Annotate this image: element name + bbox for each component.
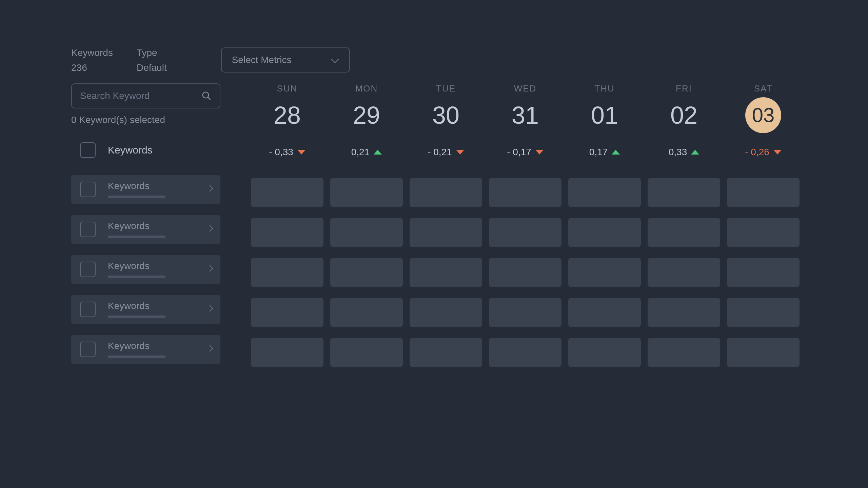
data-cell[interactable]	[251, 258, 323, 287]
content-area: SUN 28 - 0,33 MON 29 0,21 TUE 30 - 0,21 …	[251, 83, 800, 375]
data-cell[interactable]	[727, 258, 800, 287]
keyword-checkbox[interactable]	[80, 302, 96, 317]
day-number: 28	[274, 97, 301, 133]
keyword-bar	[108, 196, 165, 198]
day-number: 03	[745, 97, 781, 133]
data-cell[interactable]	[330, 338, 403, 367]
data-cell[interactable]	[410, 298, 482, 327]
data-cell[interactable]	[410, 258, 482, 287]
keyword-bar	[108, 236, 165, 238]
keyword-row[interactable]: Keywords	[71, 175, 220, 204]
chevron-right-icon	[208, 346, 212, 353]
data-cell[interactable]	[648, 218, 720, 247]
data-cell[interactable]	[251, 298, 323, 327]
data-cell[interactable]	[489, 218, 561, 247]
keywords-info: Keywords 236	[71, 47, 113, 73]
keyword-label: Keywords	[108, 341, 195, 351]
select-all-checkbox[interactable]	[80, 142, 96, 158]
keyword-bar	[108, 316, 165, 318]
data-cell[interactable]	[568, 178, 641, 207]
keyword-checkbox[interactable]	[80, 222, 96, 237]
keyword-checkbox[interactable]	[80, 182, 96, 197]
trend-down-icon	[535, 150, 544, 155]
data-cell[interactable]	[489, 178, 561, 207]
data-cell[interactable]	[648, 178, 720, 207]
metric-value-text: 0,21	[351, 147, 370, 158]
day-metric: 0,33	[669, 147, 699, 158]
data-cell[interactable]	[330, 298, 403, 327]
search-box[interactable]	[71, 83, 220, 108]
day-number: 29	[353, 97, 380, 133]
day-metric: - 0,26	[745, 147, 782, 158]
data-cell[interactable]	[727, 338, 800, 367]
keyword-row[interactable]: Keywords	[71, 295, 220, 324]
search-icon	[201, 91, 212, 101]
data-cell[interactable]	[489, 258, 561, 287]
trend-down-icon	[456, 150, 464, 155]
data-cell[interactable]	[727, 178, 800, 207]
day-name: SUN	[277, 83, 298, 94]
day-number: 31	[512, 97, 539, 133]
keywords-column-header: Keywords	[108, 144, 153, 156]
data-row	[251, 338, 800, 367]
day-metric: 0,21	[351, 147, 382, 158]
keyword-content: Keywords	[108, 341, 195, 358]
data-cell[interactable]	[648, 338, 720, 367]
select-metrics-label: Select Metrics	[232, 55, 292, 65]
chevron-right-icon	[208, 186, 212, 193]
data-cell[interactable]	[410, 338, 482, 367]
svg-line-1	[208, 97, 211, 100]
keyword-row[interactable]: Keywords	[71, 335, 220, 364]
keyword-checkbox[interactable]	[80, 262, 96, 277]
day-metric: - 0,21	[428, 147, 464, 158]
keyword-checkbox[interactable]	[80, 342, 96, 357]
trend-up-icon	[374, 150, 382, 155]
trend-down-icon	[297, 150, 305, 155]
select-all-row: Keywords	[71, 142, 220, 158]
data-cell[interactable]	[251, 178, 323, 207]
data-cell[interactable]	[330, 218, 403, 247]
data-cell[interactable]	[489, 338, 561, 367]
day-column: WED 31 - 0,17	[489, 83, 561, 158]
keyword-label: Keywords	[108, 221, 195, 231]
data-cell[interactable]	[568, 338, 641, 367]
day-headers: SUN 28 - 0,33 MON 29 0,21 TUE 30 - 0,21 …	[251, 83, 800, 158]
data-cell[interactable]	[330, 258, 403, 287]
day-name: THU	[594, 83, 614, 94]
trend-up-icon	[691, 150, 699, 155]
search-input[interactable]	[80, 90, 201, 101]
data-cell[interactable]	[410, 218, 482, 247]
select-metrics-dropdown[interactable]: Select Metrics	[221, 47, 350, 73]
chevron-right-icon	[208, 306, 212, 313]
keyword-bar	[108, 276, 165, 278]
keyword-content: Keywords	[108, 261, 195, 278]
day-column: TUE 30 - 0,21	[410, 83, 482, 158]
day-name: TUE	[436, 83, 456, 94]
keyword-row[interactable]: Keywords	[71, 215, 220, 244]
data-cell[interactable]	[330, 178, 403, 207]
data-cell[interactable]	[251, 338, 323, 367]
data-cell[interactable]	[648, 298, 720, 327]
data-cell[interactable]	[410, 178, 482, 207]
data-cell[interactable]	[489, 298, 561, 327]
data-cell[interactable]	[568, 258, 641, 287]
chevron-right-icon	[208, 226, 212, 233]
keyword-bar	[108, 355, 165, 358]
data-cell[interactable]	[251, 218, 323, 247]
keywords-count: 236	[71, 62, 113, 73]
day-name: SAT	[754, 83, 773, 94]
keyword-content: Keywords	[108, 301, 195, 318]
data-cell[interactable]	[727, 218, 800, 247]
data-cell[interactable]	[648, 258, 720, 287]
trend-down-icon	[773, 150, 782, 155]
data-cell[interactable]	[568, 298, 641, 327]
data-cell[interactable]	[727, 298, 800, 327]
svg-point-0	[203, 92, 209, 98]
day-number: 30	[432, 97, 459, 133]
keyword-label: Keywords	[108, 181, 195, 191]
keyword-row[interactable]: Keywords	[71, 255, 220, 284]
data-cell[interactable]	[568, 218, 641, 247]
day-column: SAT 03 - 0,26	[727, 83, 800, 158]
top-header: Keywords 236 Type Default Select Metrics	[71, 47, 797, 73]
keyword-content: Keywords	[108, 221, 195, 238]
